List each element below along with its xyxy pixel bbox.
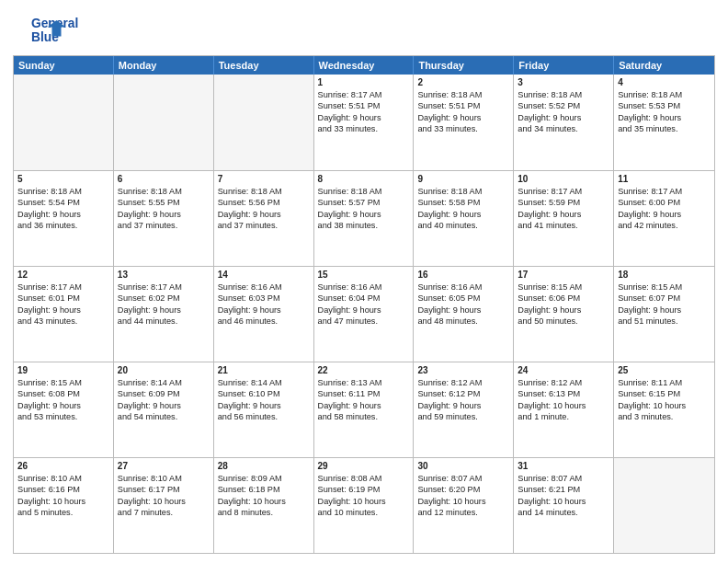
calendar-row-2: 12Sunrise: 8:17 AMSunset: 6:01 PMDayligh… — [14, 266, 714, 362]
cell-info-line: Daylight: 10 hours — [218, 496, 310, 507]
calendar-row-3: 19Sunrise: 8:15 AMSunset: 6:08 PMDayligh… — [14, 362, 714, 457]
cell-info-line: and 36 minutes. — [17, 220, 109, 231]
cell-info-line: Sunset: 6:18 PM — [218, 484, 310, 495]
cell-info-line: and 33 minutes. — [417, 123, 509, 134]
day-number: 12 — [17, 270, 109, 280]
cell-info-line: and 33 minutes. — [318, 123, 410, 134]
cell-info-line: and 7 minutes. — [118, 507, 210, 518]
cell-info-line: Sunrise: 8:15 AM — [618, 282, 711, 293]
cell-info-line: Sunset: 5:55 PM — [118, 197, 210, 208]
cell-info-line: Sunrise: 8:18 AM — [318, 186, 410, 197]
cell-info-line: Daylight: 9 hours — [218, 400, 310, 411]
cell-info-line: Sunrise: 8:10 AM — [118, 473, 210, 484]
logo: General Blue — [13, 11, 86, 48]
day-number: 25 — [618, 365, 711, 375]
cell-info-line: Sunrise: 8:14 AM — [118, 377, 210, 388]
cell-info-line: Daylight: 9 hours — [17, 209, 109, 220]
cell-info-line: Sunrise: 8:09 AM — [218, 473, 310, 484]
cell-info-line: Sunrise: 8:13 AM — [318, 377, 410, 388]
cell-info-line: and 37 minutes. — [118, 220, 210, 231]
calendar-header: SundayMondayTuesdayWednesdayThursdayFrid… — [14, 56, 714, 75]
cell-info-line: Sunrise: 8:18 AM — [417, 89, 509, 100]
cell-info-line: Sunrise: 8:07 AM — [417, 473, 509, 484]
cell-info-line: Sunset: 6:06 PM — [518, 293, 609, 304]
calendar-cell-r1c5: 10Sunrise: 8:17 AMSunset: 5:59 PMDayligh… — [514, 171, 614, 266]
calendar-cell-r1c6: 11Sunrise: 8:17 AMSunset: 6:00 PMDayligh… — [614, 171, 714, 266]
cell-info-line: Sunrise: 8:17 AM — [618, 186, 711, 197]
page: General Blue SundayMondayTuesdayWednesda… — [0, 0, 728, 563]
day-number: 29 — [318, 461, 410, 471]
cell-info-line: Daylight: 9 hours — [518, 112, 609, 123]
cell-info-line: and 38 minutes. — [318, 220, 410, 231]
calendar-cell-r0c5: 3Sunrise: 8:18 AMSunset: 5:52 PMDaylight… — [514, 75, 614, 170]
day-number: 17 — [518, 270, 609, 280]
calendar-cell-r2c1: 13Sunrise: 8:17 AMSunset: 6:02 PMDayligh… — [114, 267, 214, 362]
cell-info-line: and 42 minutes. — [618, 220, 711, 231]
calendar-cell-r0c2 — [214, 75, 314, 170]
cell-info-line: Sunset: 6:02 PM — [118, 293, 210, 304]
cell-info-line: and 14 minutes. — [518, 507, 609, 518]
day-number: 2 — [417, 77, 509, 87]
calendar-cell-r0c3: 1Sunrise: 8:17 AMSunset: 5:51 PMDaylight… — [314, 75, 415, 170]
cell-info-line: Sunset: 6:07 PM — [618, 293, 711, 304]
day-number: 24 — [518, 365, 609, 375]
day-number: 23 — [417, 365, 509, 375]
cell-info-line: Daylight: 10 hours — [518, 400, 609, 411]
calendar-cell-r3c4: 23Sunrise: 8:12 AMSunset: 6:12 PMDayligh… — [414, 362, 514, 457]
cell-info-line: Sunset: 6:16 PM — [17, 484, 109, 495]
cell-info-line: Sunset: 5:54 PM — [17, 197, 109, 208]
cell-info-line: Sunrise: 8:15 AM — [518, 282, 609, 293]
cell-info-line: Sunset: 6:11 PM — [318, 388, 410, 399]
cell-info-line: Sunset: 6:09 PM — [118, 388, 210, 399]
cell-info-line: Sunrise: 8:17 AM — [17, 282, 109, 293]
calendar-row-4: 26Sunrise: 8:10 AMSunset: 6:16 PMDayligh… — [14, 457, 714, 553]
day-number: 19 — [17, 365, 109, 375]
header: General Blue — [13, 11, 715, 48]
calendar-body: 1Sunrise: 8:17 AMSunset: 5:51 PMDaylight… — [14, 75, 714, 553]
cell-info-line: Sunset: 6:08 PM — [17, 388, 109, 399]
day-number: 9 — [417, 174, 509, 184]
day-number: 6 — [118, 174, 210, 184]
cell-info-line: Sunset: 6:10 PM — [218, 388, 310, 399]
cell-info-line: Daylight: 10 hours — [17, 496, 109, 507]
cell-info-line: Daylight: 9 hours — [417, 304, 509, 316]
calendar-cell-r2c0: 12Sunrise: 8:17 AMSunset: 6:01 PMDayligh… — [14, 267, 114, 362]
cell-info-line: Sunset: 6:17 PM — [118, 484, 210, 495]
cell-info-line: Daylight: 9 hours — [618, 304, 711, 316]
calendar-cell-r2c2: 14Sunrise: 8:16 AMSunset: 6:03 PMDayligh… — [214, 267, 314, 362]
cell-info-line: and 51 minutes. — [618, 316, 711, 327]
day-number: 18 — [618, 270, 711, 280]
calendar-cell-r4c2: 28Sunrise: 8:09 AMSunset: 6:18 PMDayligh… — [214, 458, 314, 553]
cell-info-line: and 46 minutes. — [218, 316, 310, 327]
cell-info-line: Sunset: 5:56 PM — [218, 197, 310, 208]
cell-info-line: Daylight: 9 hours — [518, 209, 609, 220]
cell-info-line: Sunrise: 8:08 AM — [318, 473, 410, 484]
cell-info-line: Sunrise: 8:16 AM — [417, 282, 509, 293]
cell-info-line: Sunset: 5:59 PM — [518, 197, 609, 208]
cell-info-line: Daylight: 9 hours — [118, 209, 210, 220]
cell-info-line: Daylight: 10 hours — [417, 496, 509, 507]
cell-info-line: Daylight: 9 hours — [618, 209, 711, 220]
day-number: 31 — [518, 461, 609, 471]
cell-info-line: and 41 minutes. — [518, 220, 609, 231]
calendar-cell-r1c4: 9Sunrise: 8:18 AMSunset: 5:58 PMDaylight… — [414, 171, 514, 266]
cell-info-line: Sunrise: 8:18 AM — [518, 89, 609, 100]
cell-info-line: Daylight: 9 hours — [218, 304, 310, 316]
day-number: 11 — [618, 174, 711, 184]
cell-info-line: Sunset: 6:04 PM — [318, 293, 410, 304]
cell-info-line: and 3 minutes. — [618, 411, 711, 422]
cell-info-line: and 10 minutes. — [318, 507, 410, 518]
calendar-cell-r3c0: 19Sunrise: 8:15 AMSunset: 6:08 PMDayligh… — [14, 362, 114, 457]
day-number: 27 — [118, 461, 210, 471]
cell-info-line: and 59 minutes. — [417, 411, 509, 422]
cell-info-line: and 35 minutes. — [618, 123, 711, 134]
day-number: 4 — [618, 77, 711, 87]
cell-info-line: and 37 minutes. — [218, 220, 310, 231]
cell-info-line: Sunrise: 8:17 AM — [518, 186, 609, 197]
cell-info-line: and 58 minutes. — [318, 411, 410, 422]
cell-info-line: Sunrise: 8:07 AM — [518, 473, 609, 484]
day-number: 1 — [318, 77, 410, 87]
calendar-cell-r2c3: 15Sunrise: 8:16 AMSunset: 6:04 PMDayligh… — [314, 267, 415, 362]
cell-info-line: Daylight: 10 hours — [618, 400, 711, 411]
cell-info-line: Sunset: 6:13 PM — [518, 388, 609, 399]
